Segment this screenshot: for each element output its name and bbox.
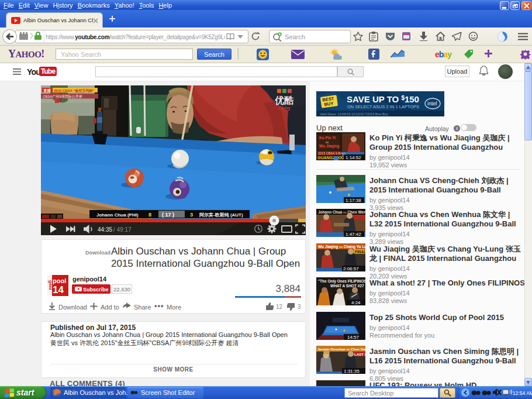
svg-text:CBSA广州9球国际公开赛: CBSA广州9球国际公开赛 [43, 94, 82, 99]
svg-text:Cbbg: Cbbg [278, 105, 291, 111]
svg-text:LAST 16: LAST 16 [354, 353, 365, 356]
svg-text:Jasmin Ouschan vs Chen Siming: Jasmin Ouschan vs Chen Siming [317, 348, 365, 351]
svg-text:SAVE UP TO $150: SAVE UP TO $150 [347, 94, 419, 104]
svg-text:( 17 ): ( 17 ) [162, 212, 174, 218]
svg-text:1:31:35: 1:31:35 [344, 369, 360, 374]
svg-text:3: 3 [190, 212, 193, 218]
svg-text:直播: 直播 [43, 88, 51, 93]
svg-text:2015 CBSA "金丝玉玛杯": 2015 CBSA "金丝玉玛杯" [54, 88, 94, 93]
svg-text:/ 49:17: / 49:17 [113, 226, 132, 233]
svg-text:1:17:38: 1:17:38 [346, 198, 361, 203]
svg-text:1:14:52: 1:14:52 [346, 155, 361, 160]
svg-text:"The Only Ones FILIPINOS": "The Only Ones FILIPINOS" [318, 279, 365, 284]
svg-text:2015 CBSA 9 BALL: 2015 CBSA 9 BALL [318, 152, 346, 155]
svg-text:优酷: 优酷 [274, 95, 294, 105]
svg-text:GUANGZHOU: GUANGZHOU [317, 156, 344, 160]
svg-text:Valid Dates: 12/06/15-12/12/15: Valid Dates: 12/06/15-12/12/15 ©2015 Bes… [320, 112, 388, 116]
svg-text:Johann Chua (PHI): Johann Chua (PHI) [96, 212, 139, 218]
svg-text:WHAT A SHOT #27: WHAT A SHOT #27 [330, 284, 364, 288]
svg-text:44:35: 44:35 [98, 226, 112, 233]
svg-text:Wu Jiaqing vs Chang Yu Lung: Wu Jiaqing vs Chang Yu Lung [318, 245, 365, 249]
svg-text:8: 8 [148, 212, 151, 218]
svg-text:FINAL: FINAL [355, 250, 365, 254]
svg-text:阿尔宾-欧斯纯 (AUT): 阿尔宾-欧斯纯 (AUT) [199, 212, 243, 218]
svg-text:ON SELECT ASUS 2 IN 1 LAPTOPS: ON SELECT ASUS 2 IN 1 LAPTOPS [347, 104, 419, 109]
svg-text:14: 14 [53, 284, 64, 295]
svg-text:1:47:42: 1:47:42 [346, 232, 361, 237]
svg-text:2:06:57: 2:06:57 [343, 266, 359, 271]
svg-text:Wu Jiaqing: Wu Jiaqing [319, 144, 340, 149]
svg-text:pool: pool [53, 277, 66, 284]
svg-text:4:24: 4:24 [351, 300, 361, 305]
svg-text:intel: intel [427, 101, 437, 106]
svg-text:Ko Pin Yi: Ko Pin Yi [319, 136, 336, 140]
svg-text:Johann Chua vs Chen Wenhua: Johann Chua vs Chen Wenhua [318, 210, 365, 214]
svg-text:14:57: 14:57 [347, 335, 360, 340]
